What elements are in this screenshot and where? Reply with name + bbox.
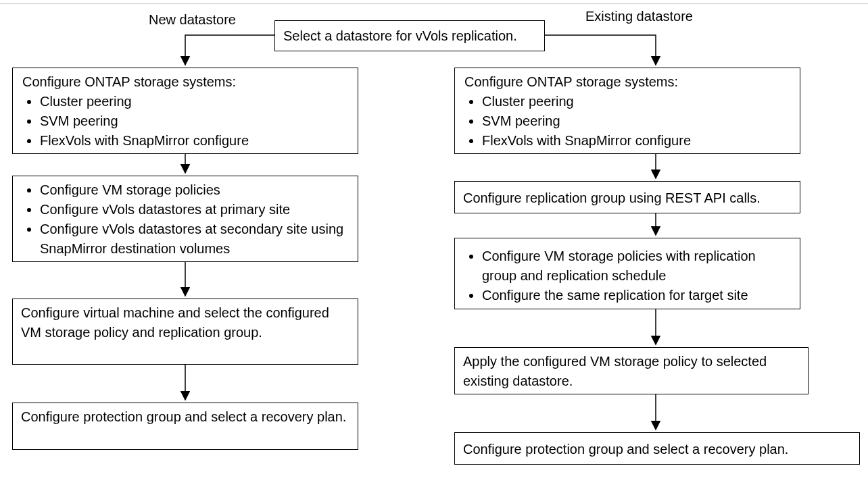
list-left-ontap: Cluster peering SVM peering FlexVols wit… bbox=[21, 92, 349, 151]
box-left-ontap: Configure ONTAP storage systems: Cluster… bbox=[12, 68, 358, 154]
box-select-datastore: Select a datastore for vVols replication… bbox=[274, 20, 545, 51]
label-existing-datastore: Existing datastore bbox=[585, 9, 693, 24]
box-right-policies: Configure VM storage policies with repli… bbox=[454, 238, 800, 309]
box-left-protect: Configure protection group and select a … bbox=[12, 403, 358, 450]
text-left-vm: Configure virtual machine and select the… bbox=[21, 305, 329, 340]
list-item: SVM peering bbox=[482, 111, 792, 131]
list-right-policies: Configure VM storage policies with repli… bbox=[463, 247, 792, 305]
box-right-protect: Configure protection group and select a … bbox=[454, 432, 860, 465]
text-select-datastore: Select a datastore for vVols replication… bbox=[283, 28, 517, 43]
box-left-vm: Configure virtual machine and select the… bbox=[12, 299, 358, 365]
list-item: Configure vVols datastores at primary si… bbox=[40, 200, 349, 219]
list-item: Configure VM storage policies bbox=[40, 180, 349, 200]
list-item: Cluster peering bbox=[40, 92, 349, 111]
list-left-policies: Configure VM storage policies Configure … bbox=[21, 180, 349, 259]
divider bbox=[0, 3, 868, 4]
box-left-policies: Configure VM storage policies Configure … bbox=[12, 176, 358, 262]
text-left-ontap-lead: Configure ONTAP storage systems: bbox=[21, 72, 349, 92]
text-right-protect: Configure protection group and select a … bbox=[463, 442, 788, 457]
list-item: Configure vVols datastores at secondary … bbox=[40, 219, 349, 259]
list-item: Configure the same replication for targe… bbox=[482, 286, 792, 305]
list-item: Configure VM storage policies with repli… bbox=[482, 247, 792, 286]
box-right-replgroup: Configure replication group using REST A… bbox=[454, 181, 800, 213]
text-right-ontap-lead: Configure ONTAP storage systems: bbox=[463, 72, 792, 92]
list-item: FlexVols with SnapMirror configure bbox=[482, 131, 792, 151]
list-right-ontap: Cluster peering SVM peering FlexVols wit… bbox=[463, 92, 792, 151]
list-item: FlexVols with SnapMirror configure bbox=[40, 131, 349, 151]
label-new-datastore: New datastore bbox=[149, 12, 236, 28]
text-right-apply: Apply the configured VM storage policy t… bbox=[463, 354, 767, 388]
list-item: Cluster peering bbox=[482, 92, 792, 111]
text-left-protect: Configure protection group and select a … bbox=[21, 409, 346, 424]
text-right-replgroup: Configure replication group using REST A… bbox=[463, 190, 761, 205]
box-right-apply: Apply the configured VM storage policy t… bbox=[454, 347, 809, 394]
list-item: SVM peering bbox=[40, 111, 349, 131]
box-right-ontap: Configure ONTAP storage systems: Cluster… bbox=[454, 68, 800, 154]
